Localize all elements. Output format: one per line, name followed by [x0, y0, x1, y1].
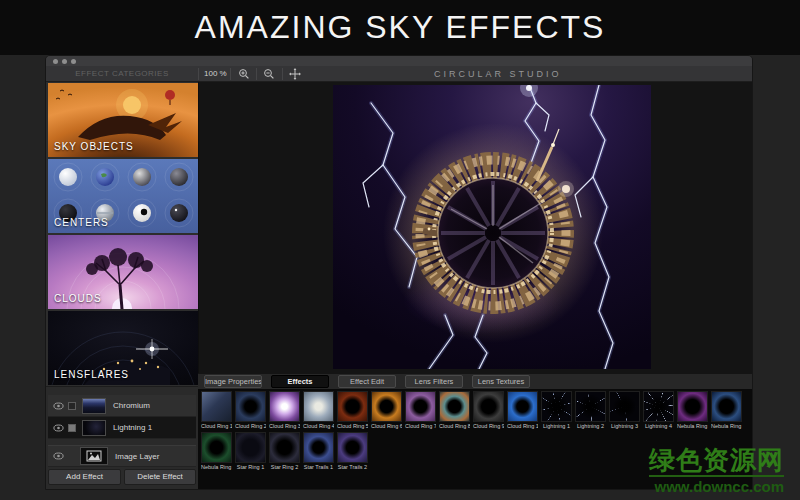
sidebar-item-lensflares[interactable]: LENSFLARES [48, 311, 198, 385]
effect-thumbnail[interactable] [473, 391, 504, 422]
effect-label: Star Trails 1 [303, 464, 334, 470]
toolbar-separator [230, 68, 231, 80]
effect-thumbnail[interactable] [337, 432, 368, 463]
watermark-site-name: 绿色资源网 [649, 446, 784, 474]
effect-item: Cloud Ring 2 [235, 391, 266, 429]
effect-label: Lightning 2 [575, 423, 606, 429]
effect-thumbnail[interactable] [677, 391, 708, 422]
effect-label: Cloud Ring 4 [303, 423, 334, 429]
effect-item: Lightning 1 [541, 391, 572, 429]
effect-thumbnail[interactable] [337, 391, 368, 422]
banner-title: AMAZING SKY EFFECTS [195, 9, 606, 46]
tab-lens-textures[interactable]: Lens Textures [472, 375, 530, 388]
tab-effect-edit[interactable]: Effect Edit [338, 375, 396, 388]
sidebar-item-centers[interactable]: CENTERS [48, 159, 198, 233]
close-window-icon[interactable] [53, 59, 58, 64]
effect-item: Cloud Ring 7 [405, 391, 436, 429]
zoom-out-icon[interactable] [263, 68, 275, 80]
effect-label: Lightning 4 [643, 423, 674, 429]
category-label: SKY OBJECTS [54, 141, 134, 152]
effect-thumbnail[interactable] [269, 432, 300, 463]
top-banner: AMAZING SKY EFFECTS [0, 0, 800, 55]
effect-thumbnail[interactable] [405, 391, 436, 422]
effect-item: Lightning 2 [575, 391, 606, 429]
layers-panel: Chromium Lightning 1 [46, 386, 198, 490]
minimize-window-icon[interactable] [62, 59, 67, 64]
effect-thumbnail[interactable] [711, 391, 742, 422]
effect-item: Cloud Ring 1 [201, 391, 232, 429]
layer-name: Lightning 1 [113, 423, 152, 432]
effect-item: Nebula Ring 3 [201, 432, 232, 470]
effect-thumbnail[interactable] [303, 391, 334, 422]
layer-name: Image Layer [115, 452, 159, 461]
effect-label: Cloud Ring 3 [269, 423, 300, 429]
main-canvas[interactable] [198, 82, 753, 373]
tab-effects[interactable]: Effects [271, 375, 329, 388]
effect-label: Nebula Ring 3 [201, 464, 232, 470]
effect-label: Star Trails 2 [337, 464, 368, 470]
effect-item: Star Ring 2 [269, 432, 300, 470]
effect-thumbnail[interactable] [235, 391, 266, 422]
visibility-eye-icon[interactable] [53, 452, 64, 460]
layer-checkbox[interactable] [68, 424, 76, 432]
layer-name: Chromium [113, 401, 150, 410]
layer-checkbox[interactable] [68, 402, 76, 410]
effect-label: Cloud Ring 2 [235, 423, 266, 429]
effect-label: Cloud Ring 8 [439, 423, 470, 429]
layer-row-image-layer[interactable]: Image Layer [48, 445, 196, 467]
category-label: CLOUDS [54, 293, 102, 304]
effect-thumbnail[interactable] [575, 391, 606, 422]
sidebar-item-clouds[interactable]: CLOUDS [48, 235, 198, 309]
tabs-bar: Image PropertiesEffectsEffect EditLens F… [198, 373, 753, 389]
effect-item: Cloud Ring 5 [337, 391, 368, 429]
effect-label: Cloud Ring 6 [371, 423, 402, 429]
effect-item: Lightning 3 [609, 391, 640, 429]
effect-label: Star Ring 2 [269, 464, 300, 470]
category-label: CENTERS [54, 217, 109, 228]
effect-item: Cloud Ring 3 [269, 391, 300, 429]
window-titlebar[interactable] [46, 56, 752, 66]
toolbar-separator [282, 68, 283, 80]
sidebar-item-sky-objects[interactable]: SKY OBJECTS [48, 83, 198, 157]
layer-row-lightning-1[interactable]: Lightning 1 [48, 417, 196, 439]
tab-image-properties[interactable]: Image Properties [204, 375, 262, 388]
watermark: 绿色资源网 www.downcc.com [649, 446, 784, 495]
maximize-window-icon[interactable] [71, 59, 76, 64]
effect-label: Nebula Ring 2 [711, 423, 742, 429]
visibility-eye-icon[interactable] [53, 402, 64, 410]
effect-label: Star Ring 1 [235, 464, 266, 470]
tab-lens-filters[interactable]: Lens Filters [405, 375, 463, 388]
effect-thumbnail[interactable] [541, 391, 572, 422]
delete-effect-button[interactable]: Delete Effect [124, 469, 196, 485]
zoom-in-icon[interactable] [238, 68, 250, 80]
effect-thumbnail[interactable] [643, 391, 674, 422]
effect-thumbnail[interactable] [507, 391, 538, 422]
effect-label: Cloud Ring 7 [405, 423, 436, 429]
effect-thumbnail[interactable] [303, 432, 334, 463]
effect-thumbnail[interactable] [371, 391, 402, 422]
image-placeholder-icon [81, 448, 107, 464]
effect-thumbnail[interactable] [439, 391, 470, 422]
effect-item: Star Ring 1 [235, 432, 266, 470]
effect-thumbnail[interactable] [269, 391, 300, 422]
effect-thumbnail[interactable] [201, 432, 232, 463]
layer-thumbnail [80, 447, 108, 465]
effect-label: Nebula Ring 1 [677, 423, 708, 429]
pan-move-icon[interactable] [289, 68, 301, 80]
add-effect-button[interactable]: Add Effect [48, 469, 121, 485]
category-label: LENSFLARES [54, 369, 129, 380]
effects-row-1: Cloud Ring 1Cloud Ring 2Cloud Ring 3Clou… [201, 391, 742, 429]
app-title: CIRCULAR STUDIO [434, 66, 562, 82]
layer-row-chromium[interactable]: Chromium [48, 395, 196, 417]
effect-item: Nebula Ring 1 [677, 391, 708, 429]
watermark-divider [649, 475, 784, 477]
app-window: EFFECT CATEGORIES 100 % [45, 55, 753, 490]
toolbar: EFFECT CATEGORIES 100 % [46, 66, 752, 82]
effect-thumbnail[interactable] [201, 391, 232, 422]
effect-thumbnail[interactable] [235, 432, 266, 463]
effect-item: Cloud Ring 6 [371, 391, 402, 429]
effect-label: Lightning 3 [609, 423, 640, 429]
effect-thumbnail[interactable] [609, 391, 640, 422]
visibility-eye-icon[interactable] [53, 424, 64, 432]
effects-row-2: Nebula Ring 3Star Ring 1Star Ring 2Star … [201, 432, 368, 470]
